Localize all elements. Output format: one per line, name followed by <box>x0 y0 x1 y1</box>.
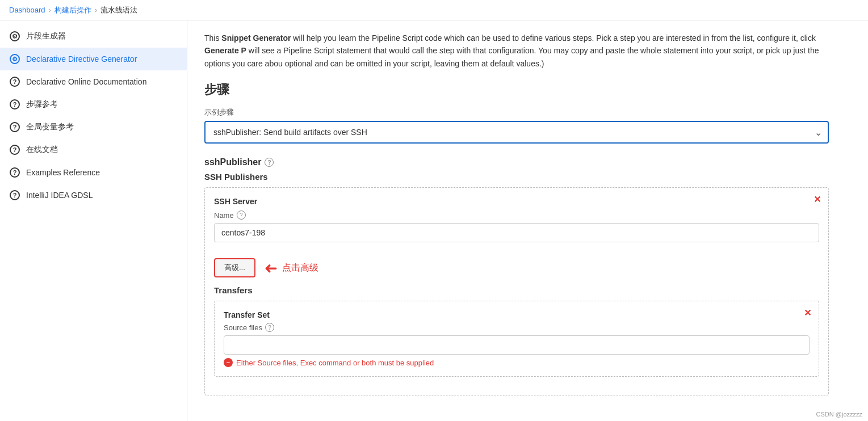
intro-paragraph: This Snippet Generator will help you lea… <box>204 32 829 70</box>
question-icon-5: ? <box>9 144 20 155</box>
watermark: CSDN @jozzzzz <box>816 411 862 418</box>
step-select-wrapper: sshPublisher: Send build artifacts over … <box>204 121 829 144</box>
sidebar-item-online-doc2[interactable]: ? 在线文档 <box>0 138 187 161</box>
sidebar-item-label-0: 片段生成器 <box>26 31 66 41</box>
sidebar-item-pipeline-gen[interactable]: ⚙ 片段生成器 <box>0 25 187 48</box>
breadcrumb-sep-2: › <box>95 6 97 14</box>
red-arrow-icon: ➜ <box>265 259 278 277</box>
publisher-section: sshPublisher ? SSH Publishers ✕ SSH Serv… <box>204 157 829 395</box>
sidebar-item-directive-gen[interactable]: ⚙ Declarative Directive Generator <box>0 48 187 70</box>
question-icon-7: ? <box>9 190 20 201</box>
ssh-server-close-button[interactable]: ✕ <box>811 193 823 205</box>
sidebar-item-examples[interactable]: ? Examples Reference <box>0 161 187 184</box>
source-files-help-icon[interactable]: ? <box>265 323 274 332</box>
sidebar-item-label-7: IntelliJ IDEA GDSL <box>26 191 93 200</box>
source-files-input[interactable] <box>224 335 810 355</box>
publisher-title: sshPublisher ? <box>204 157 829 167</box>
error-message: − Either Source files, Exec command or b… <box>224 358 810 367</box>
server-name-select[interactable]: centos7-198 <box>214 223 819 242</box>
breadcrumb-current: 流水线语法 <box>100 5 137 15</box>
transfer-set-close-button[interactable]: ✕ <box>802 307 813 318</box>
question-icon-6: ? <box>9 167 20 178</box>
name-label: Name ? <box>214 210 819 220</box>
advanced-btn-container: 高级... ➜ 点击高级 <box>214 258 819 277</box>
sidebar-item-intellij[interactable]: ? IntelliJ IDEA GDSL <box>0 184 187 207</box>
ssh-server-title: SSH Server <box>214 197 819 206</box>
sidebar: ⚙ 片段生成器 ⚙ Declarative Directive Generato… <box>0 20 187 421</box>
step-field-label: 示例步骤 <box>204 107 851 117</box>
publisher-help-icon[interactable]: ? <box>265 158 274 167</box>
arrow-annotation: ➜ 点击高级 <box>265 259 318 277</box>
sidebar-item-label-4: 全局变量参考 <box>26 122 74 132</box>
sidebar-item-label-6: Examples Reference <box>26 168 100 177</box>
transfers-title: Transfers <box>214 285 819 295</box>
sidebar-item-label-2: Declarative Online Documentation <box>26 77 146 86</box>
sidebar-item-online-doc[interactable]: ? Declarative Online Documentation <box>0 70 187 93</box>
breadcrumb: Dashboard › 构建后操作 › 流水线语法 <box>0 0 868 20</box>
error-text: Either Source files, Exec command or bot… <box>236 359 434 367</box>
breadcrumb-dashboard[interactable]: Dashboard <box>9 6 45 14</box>
sidebar-item-label-1: Declarative Directive Generator <box>26 54 137 64</box>
breadcrumb-sep-1: › <box>49 6 51 14</box>
gear-icon-1: ⚙ <box>9 53 20 65</box>
question-icon-4: ? <box>9 121 20 133</box>
question-icon-3: ? <box>9 99 20 110</box>
advanced-button[interactable]: 高级... <box>214 258 255 277</box>
sidebar-item-step-ref[interactable]: ? 步骤参考 <box>0 93 187 116</box>
breadcrumb-post-build[interactable]: 构建后操作 <box>54 5 91 15</box>
name-help-icon[interactable]: ? <box>237 210 246 220</box>
sidebar-item-global-var[interactable]: ? 全局变量参考 <box>0 116 187 138</box>
transfer-set-title: Transfer Set <box>224 310 810 319</box>
sidebar-item-label-3: 步骤参考 <box>26 99 58 110</box>
step-select[interactable]: sshPublisher: Send build artifacts over … <box>204 121 829 144</box>
question-icon-2: ? <box>9 76 20 87</box>
steps-section-title: 步骤 <box>204 81 851 98</box>
sidebar-item-label-5: 在线文档 <box>26 145 58 155</box>
gear-icon-0: ⚙ <box>9 31 20 42</box>
ssh-server-dashed-box: ✕ SSH Server Name ? centos7-198 高级... ➜ <box>204 187 829 395</box>
annotation-text: 点击高级 <box>282 262 318 274</box>
ssh-publishers-title: SSH Publishers <box>204 172 829 182</box>
main-content: This Snippet Generator will help you lea… <box>187 20 868 421</box>
source-files-label: Source files ? <box>224 323 810 332</box>
transfer-set-dashed-box: ✕ Transfer Set Source files ? − Either S… <box>214 301 819 377</box>
error-icon: − <box>224 358 233 367</box>
